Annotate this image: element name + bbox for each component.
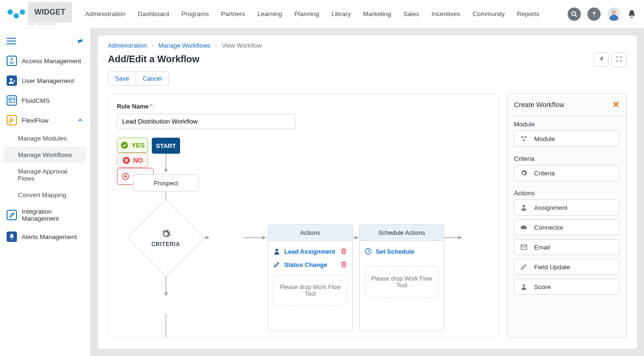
sidebar-item-user-management[interactable]: User Management [0, 71, 90, 91]
topbar: WIDGET NETWORKS Administration Dashboard… [0, 0, 644, 28]
check-circle-icon [120, 141, 129, 149]
rule-name-label: Rule Name [117, 103, 149, 110]
pin-page-button[interactable] [594, 52, 609, 67]
nav-reports[interactable]: Reports [517, 10, 539, 17]
page-title: Add/Edit a Workflow [108, 54, 627, 65]
required-asterisk: *: [149, 102, 154, 110]
tool-connector[interactable]: Connector [514, 219, 619, 235]
nav-planning[interactable]: Planning [294, 10, 319, 17]
tool-assignment[interactable]: Assignment [514, 199, 619, 215]
fullscreen-button[interactable] [611, 52, 627, 67]
set-schedule-link[interactable]: Set Schedule [364, 245, 439, 258]
user-avatar[interactable] [607, 8, 620, 21]
tool-criteria[interactable]: Criteria [514, 165, 619, 181]
pin-icon[interactable] [74, 35, 85, 47]
toolkit-title: Create Workflow [514, 101, 564, 108]
tool-score[interactable]: 9 Score [514, 279, 619, 295]
cancel-button[interactable]: Cancel [136, 71, 169, 86]
notifications-icon[interactable] [627, 9, 636, 19]
sidebar-sub-convert-mapping[interactable]: Convert Mapping [0, 187, 90, 203]
tool-email[interactable]: Email [514, 239, 619, 255]
stop-icon [121, 172, 130, 181]
nav-sales[interactable]: Sales [404, 10, 420, 17]
tool-field-update[interactable]: Field Update [514, 259, 619, 275]
gear-icon [519, 169, 528, 177]
actions-drop-zone[interactable]: Please drop Work Flow Tool [273, 275, 347, 306]
svg-point-8 [10, 78, 12, 81]
action-item[interactable]: Status Change [273, 258, 347, 271]
gear-icon [161, 229, 171, 239]
sidebar-item-fluidcms[interactable]: FluidCMS [0, 91, 90, 110]
trash-icon[interactable] [340, 261, 347, 268]
set-schedule-label: Set Schedule [376, 248, 414, 255]
rule-name-input[interactable] [117, 114, 296, 129]
action-item-label: Lead Assignment [284, 248, 335, 255]
nav-programs[interactable]: Programs [181, 10, 209, 17]
nav-partners[interactable]: Partners [221, 10, 245, 17]
main-area: Administration › Manage Workflows › View… [91, 28, 644, 356]
node-yes[interactable]: YES [117, 138, 148, 153]
action-buttons: Save Cancel [108, 71, 627, 86]
tool-label: Module [534, 135, 555, 142]
top-nav: Administration Dashboard Programs Partne… [85, 10, 568, 17]
trash-icon[interactable] [340, 248, 347, 255]
breadcrumb-administration[interactable]: Administration [108, 42, 147, 49]
breadcrumb-manage-workflows[interactable]: Manage Workflows [158, 42, 210, 49]
save-button[interactable]: Save [108, 71, 136, 86]
schedule-drop-zone[interactable]: Please drop Work Flow Tool [364, 266, 439, 298]
schedule-card[interactable]: Schedule Actions Set Schedule Please dro… [359, 224, 444, 331]
brand-subname: NETWORKS [28, 23, 72, 26]
nav-community[interactable]: Community [472, 10, 504, 17]
actions-card-title: Actions [268, 225, 352, 241]
help-icon[interactable] [587, 8, 601, 21]
tool-label: Score [534, 283, 551, 290]
search-icon[interactable] [568, 8, 581, 21]
nav-marketing[interactable]: Marketing [363, 10, 391, 17]
tool-label: Assignment [534, 204, 568, 211]
flow-diagram: START Prospect CRITERIA [117, 138, 499, 338]
node-start[interactable]: START [152, 138, 180, 154]
sidebar: Access Management User Management FluidC… [0, 28, 91, 356]
nav-administration[interactable]: Administration [85, 10, 126, 17]
hamburger-icon[interactable] [7, 37, 16, 45]
panel: Administration › Manage Workflows › View… [97, 35, 637, 349]
node-module[interactable]: Prospect [133, 174, 199, 191]
brand-logo[interactable]: WIDGET NETWORKS [8, 2, 72, 26]
close-icon[interactable]: ✕ [612, 99, 619, 110]
svg-point-30 [522, 205, 525, 207]
node-no[interactable]: NO [117, 153, 148, 168]
pencil-icon [273, 261, 281, 268]
sidebar-item-integration-management[interactable]: Integration Management [0, 203, 90, 227]
svg-point-27 [521, 136, 523, 138]
action-item[interactable]: Lead Assignment [273, 245, 347, 258]
tool-label: Field Update [534, 264, 570, 271]
top-actions [568, 8, 636, 21]
sidebar-sub-manage-approval-flows[interactable]: Manage Approval Flows [0, 163, 90, 187]
cloud-icon [519, 224, 528, 231]
action-item-label: Status Change [284, 261, 327, 268]
workflow-canvas[interactable]: Rule Name *: [108, 93, 499, 338]
chevron-up-icon [77, 117, 83, 124]
x-circle-icon [122, 156, 131, 165]
sidebar-item-access-management[interactable]: Access Management [0, 51, 90, 71]
brand-glyph-icon [8, 9, 25, 18]
sidebar-item-label: Access Management [22, 58, 83, 65]
node-criteria[interactable]: CRITERIA [138, 210, 193, 265]
nav-incentives[interactable]: Incentives [431, 10, 460, 17]
nav-dashboard[interactable]: Dashboard [138, 10, 169, 17]
svg-point-23 [275, 249, 278, 251]
sidebar-item-alerts-management[interactable]: Alerts Management [0, 227, 90, 247]
sidebar-sub-manage-modules[interactable]: Manage Modules [0, 130, 90, 147]
toolkit-section-criteria-label: Criteria [514, 155, 619, 162]
actions-card[interactable]: Actions Lead Assignment [268, 224, 353, 331]
svg-line-1 [575, 15, 577, 17]
brand-name: WIDGET [28, 2, 72, 23]
tool-module[interactable]: Module [514, 131, 619, 147]
sidebar-item-flexiflow[interactable]: FlexiFlow [0, 110, 90, 130]
nav-learning[interactable]: Learning [257, 10, 282, 17]
toolkit-panel: Create Workflow ✕ Module Module [507, 93, 627, 338]
sidebar-sub-manage-workflows[interactable]: Manage Workflows [4, 147, 86, 163]
tool-label: Email [534, 244, 550, 251]
nav-library[interactable]: Library [331, 10, 351, 17]
svg-point-6 [11, 58, 13, 59]
